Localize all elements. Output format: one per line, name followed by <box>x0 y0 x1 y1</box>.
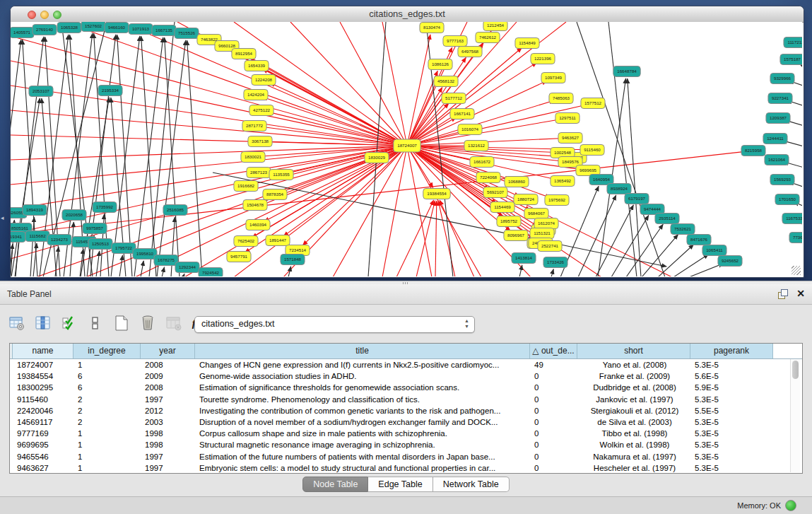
column-header-short[interactable]: short <box>577 344 690 358</box>
show-columns-icon[interactable] <box>33 313 53 333</box>
close-panel-icon[interactable]: ✕ <box>796 288 805 299</box>
table-settings-icon[interactable] <box>7 313 27 333</box>
graph-node[interactable]: 1504678 <box>243 200 267 211</box>
graph-canvas[interactable]: 1872400714055712769140106532815276029466… <box>11 22 802 276</box>
graph-node[interactable]: 1244411 <box>763 134 787 144</box>
graph-node[interactable]: 9777163 <box>443 36 467 47</box>
column-header-year[interactable]: year <box>141 344 195 358</box>
graph-node[interactable]: 1612074 <box>534 218 558 229</box>
graph-node[interactable]: 2935114 <box>655 214 679 224</box>
graph-node[interactable]: 6497568 <box>458 47 482 57</box>
scrollbar-thumb[interactable] <box>792 361 799 379</box>
graph-node[interactable]: 5692107 <box>483 187 507 198</box>
graph-node[interactable]: 1292344 <box>175 262 199 273</box>
table-row[interactable]: 946362711997Embryonic stem cells: a mode… <box>10 462 802 474</box>
table-row[interactable]: 1872400712008Changes of HCN gene express… <box>10 359 802 370</box>
graph-node[interactable]: 1065411 <box>702 245 726 256</box>
graph-node[interactable]: 1577512 <box>581 98 605 109</box>
graph-node[interactable]: 1678275 <box>154 255 178 266</box>
graph-node[interactable]: 8938924 <box>607 184 631 194</box>
graph-node[interactable]: 1891447 <box>266 235 290 246</box>
graph-node[interactable]: 1065328 <box>57 23 81 33</box>
graph-node[interactable]: 1405571 <box>11 28 34 38</box>
graph-node[interactable]: 8912954 <box>232 49 256 59</box>
graph-node[interactable]: 1221396 <box>531 54 555 64</box>
graph-node[interactable]: 1117213 <box>784 37 802 48</box>
graph-node[interactable]: 1151321 <box>530 228 554 239</box>
graph-node[interactable]: 5177712 <box>442 93 466 104</box>
graph-node[interactable]: 6179197 <box>625 194 649 204</box>
graph-node[interactable]: 2516085 <box>163 205 187 216</box>
graph-node[interactable]: 1880724 <box>514 194 538 205</box>
window-resize-grip[interactable] <box>792 266 801 275</box>
graph-node[interactable]: 1830029 <box>365 153 389 163</box>
graph-node[interactable]: 1995810 <box>133 249 157 259</box>
graph-node[interactable]: 1224208 <box>252 75 276 86</box>
graph-node[interactable]: 1297511 <box>555 113 579 124</box>
window-titlebar[interactable]: citations_edges.txt <box>11 6 804 23</box>
table-row[interactable]: 977716911998Corpus callosum shape and si… <box>10 428 802 439</box>
graph-node[interactable]: 1661672 <box>470 157 494 168</box>
graph-node[interactable]: 1621064 <box>765 155 789 165</box>
graph-node[interactable]: 2020658 <box>62 210 86 221</box>
graph-node[interactable]: 3067138 <box>248 136 272 147</box>
graph-node[interactable]: 1167533 <box>782 214 802 224</box>
graph-node[interactable]: 1154849 <box>515 38 539 49</box>
table-row[interactable]: 1830029562008Estimation of significance … <box>10 382 802 393</box>
graph-node[interactable]: 1086126 <box>428 59 452 70</box>
graph-node[interactable]: 9466160 <box>105 23 129 33</box>
graph-node[interactable]: 9684067 <box>524 209 548 219</box>
tab-edge-table[interactable]: Edge Table <box>368 477 433 492</box>
citation-network-graph[interactable]: 1872400714055712769140106532815276029466… <box>11 22 802 276</box>
graph-node[interactable]: 18724007 <box>394 139 420 152</box>
graph-node[interactable]: 7462612 <box>476 33 500 43</box>
graph-node[interactable]: 7485063 <box>549 93 573 104</box>
graph-node[interactable]: 7736342 <box>789 233 802 243</box>
column-header-title[interactable]: title <box>195 344 530 358</box>
graph-node[interactable]: 1460394 <box>246 220 270 230</box>
graph-node[interactable]: 1733426 <box>543 257 567 268</box>
column-header-in_degree[interactable]: in_degree <box>73 344 141 358</box>
new-table-icon[interactable] <box>112 313 131 333</box>
graph-node[interactable]: 1135355 <box>269 170 293 180</box>
graph-node[interactable]: 8096967 <box>504 230 528 241</box>
graph-node[interactable]: 1154469 <box>490 202 514 213</box>
graph-node[interactable]: 1068860 <box>505 177 529 187</box>
graph-node[interactable]: 9457791 <box>227 252 251 262</box>
graph-node[interactable]: 7515526 <box>175 28 199 39</box>
graph-node[interactable]: 7924542 <box>199 268 223 277</box>
graph-node[interactable]: 1569293 <box>770 175 794 185</box>
column-header-pagerank[interactable]: pagerank <box>690 344 773 358</box>
table-row[interactable]: 969969511998Structural magnetic resonanc… <box>10 439 802 450</box>
table-row[interactable]: 1938455462009Genome-wide association stu… <box>10 370 802 382</box>
delete-rows-icon[interactable] <box>138 313 158 333</box>
table-row[interactable]: 2242004622012Investigating the contribut… <box>10 405 802 416</box>
graph-node[interactable]: 1097349 <box>541 73 565 83</box>
table-row[interactable]: 946554611997Estimation of the future num… <box>10 451 802 462</box>
graph-node[interactable]: 1830021 <box>241 152 265 163</box>
graph-node[interactable]: 7224068 <box>476 173 500 183</box>
row-height-icon[interactable] <box>86 313 105 333</box>
graph-node[interactable]: 9463627 <box>558 133 582 144</box>
graph-node[interactable]: 8130474 <box>420 23 444 33</box>
table-selector-combo[interactable]: citations_edges.txt ▲▼ <box>194 316 475 333</box>
select-rows-icon[interactable] <box>59 313 79 333</box>
column-header-name[interactable]: name <box>13 344 73 358</box>
graph-node[interactable]: 9227341 <box>768 93 792 104</box>
graph-node[interactable]: 1795722 <box>112 243 136 254</box>
graph-node[interactable]: 9975857 <box>83 223 107 234</box>
tab-node-table[interactable]: Node Table <box>302 477 368 492</box>
graph-node[interactable]: 2769140 <box>33 25 57 35</box>
graph-node[interactable]: 3919341 <box>11 232 25 243</box>
graph-node[interactable]: 1975692 <box>545 195 569 206</box>
graph-node[interactable]: 1209387 <box>766 113 790 124</box>
graph-node[interactable]: 7532621 <box>671 224 695 235</box>
graph-node[interactable]: 1115682 <box>25 231 49 242</box>
graph-node[interactable]: 9115460 <box>580 145 604 156</box>
graph-node[interactable]: 9329966 <box>770 74 794 84</box>
graph-node[interactable]: 2195334 <box>98 86 122 96</box>
graph-node[interactable]: 2871772 <box>242 121 266 132</box>
graph-node[interactable]: 1527602 <box>81 22 105 32</box>
graph-node[interactable]: 1424204 <box>244 90 268 100</box>
graph-node[interactable]: 4275122 <box>249 105 273 116</box>
